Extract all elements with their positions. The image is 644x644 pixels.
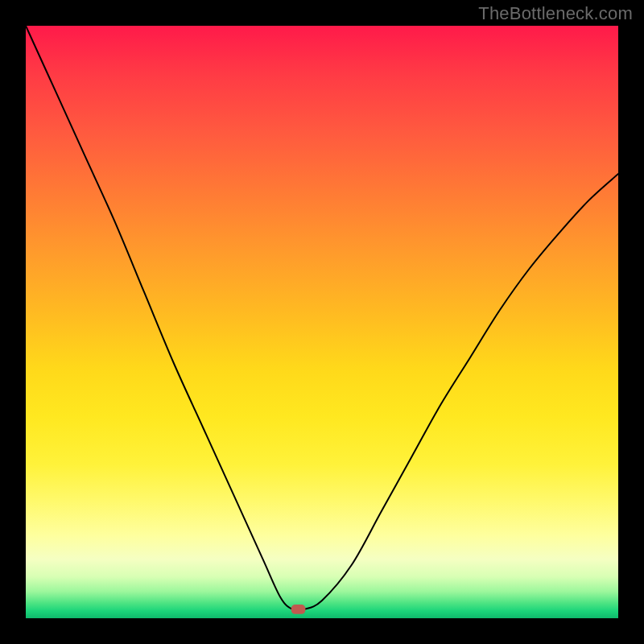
watermark-text: TheBottleneck.com: [478, 3, 633, 24]
optimal-point-marker: [291, 605, 306, 614]
curve-layer: [26, 26, 618, 618]
plot-area: [26, 26, 618, 618]
chart-frame: TheBottleneck.com: [0, 0, 644, 644]
bottleneck-curve: [26, 26, 618, 611]
svg-rect-0: [291, 605, 306, 614]
